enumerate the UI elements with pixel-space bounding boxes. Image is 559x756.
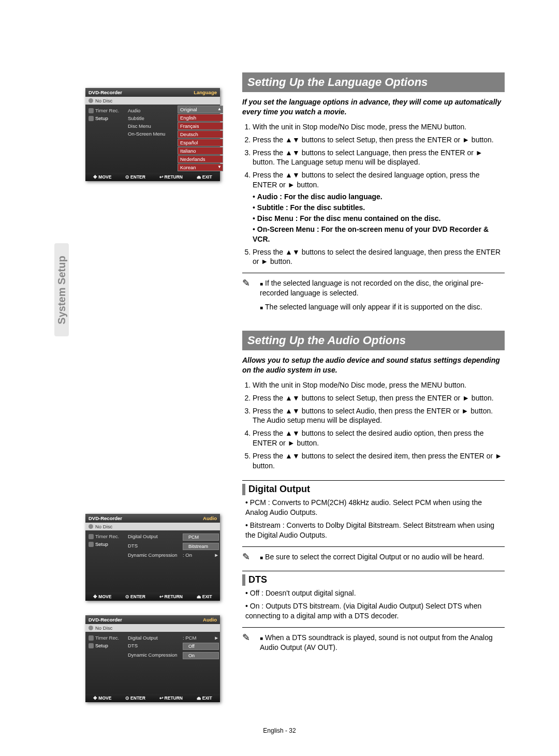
note-language: ✎ ■If the selected language is not recor…: [242, 273, 505, 312]
bullets-dts: Off : Doesn't output digital signal. On …: [242, 588, 505, 621]
steps-language: With the unit in Stop mode/No Disc mode,…: [242, 122, 505, 267]
left-column: DVD-Recorder Language No Disc Timer Rec.…: [85, 72, 228, 717]
clock-icon: [89, 534, 94, 539]
right-column: Setting Up the Language Options If you s…: [242, 72, 505, 717]
note-icon: ✎: [242, 551, 250, 562]
note-digital-output: ✎ ■Be sure to select the correct Digital…: [242, 546, 505, 562]
panel-title: DVD-Recorder: [89, 90, 122, 95]
panel-title: DVD-Recorder: [89, 515, 122, 521]
subheading-dts: DTS: [242, 571, 505, 585]
step-5: Press the ▲▼ buttons to select the desir…: [253, 247, 505, 267]
screenshot-audio-digital-output: DVD-Recorder Audio No Disc Timer Rec. Se…: [85, 514, 220, 601]
intro-language: If you set the language options in advan…: [242, 97, 505, 117]
opt-audio: Audio: [128, 108, 140, 113]
return-icon: ↩: [159, 174, 164, 180]
step-1: With the unit in Stop mode/No Disc mode,…: [253, 122, 505, 132]
intro-audio: Allows you to setup the audio device and…: [242, 355, 505, 375]
gear-icon: [89, 643, 94, 648]
exit-icon: ⏏: [197, 174, 201, 180]
gear-icon: [89, 542, 94, 547]
disc-icon: [89, 626, 93, 630]
heading-language-options: Setting Up the Language Options: [242, 72, 505, 92]
clock-icon: [89, 108, 94, 113]
bullets-digital-output: PCM : Converts to PCM(2CH) 48kHz audio. …: [242, 498, 505, 540]
clock-icon: [89, 635, 94, 641]
panel-corner: Language: [194, 90, 217, 95]
note-icon: ✎: [242, 632, 250, 643]
enter-icon: ⊙: [125, 174, 129, 180]
disc-icon: [89, 524, 93, 529]
opt-subtitle: Subtitle: [128, 115, 144, 121]
gear-icon: [89, 116, 94, 121]
side-timer: Timer Rec.: [95, 108, 119, 113]
step-3: Press the ▲▼ buttons to select Language,…: [253, 148, 505, 168]
subheading-digital-output: Digital Output: [242, 480, 505, 495]
page-number: English - 32: [0, 727, 559, 734]
step-2: Press the ▲▼ buttons to select Setup, th…: [253, 135, 505, 145]
side-tab-label: System Setup: [56, 256, 68, 324]
no-disc-label: No Disc: [95, 524, 112, 529]
side-setup: Setup: [95, 115, 108, 121]
opt-discmenu: Disc Menu: [128, 123, 151, 129]
opt-osm: On-Screen Menu: [128, 131, 165, 137]
manual-page: System Setup DVD-Recorder Language No Di…: [0, 0, 559, 756]
step-4: Press the ▲▼ buttons to select the desir…: [253, 170, 505, 244]
move-icon: ✥: [93, 174, 97, 180]
screenshot-language-menu: DVD-Recorder Language No Disc Timer Rec.…: [85, 88, 220, 181]
steps-audio: With the unit in Stop mode/No Disc mode,…: [242, 380, 505, 471]
no-disc-label: No Disc: [95, 98, 112, 103]
note-icon: ✎: [242, 277, 250, 289]
heading-audio-options: Setting Up the Audio Options: [242, 331, 505, 350]
language-dropdown: Original▲ English Français Deutsch Españ…: [176, 105, 220, 173]
disc-icon: [89, 98, 93, 103]
side-tab: System Setup: [54, 243, 69, 336]
panel-corner: Audio: [203, 515, 217, 521]
screenshot-audio-dts: DVD-Recorder Audio No Disc Timer Rec. Se…: [85, 615, 220, 702]
note-dts: ✎ ■When a DTS soundtrack is played, soun…: [242, 627, 505, 653]
